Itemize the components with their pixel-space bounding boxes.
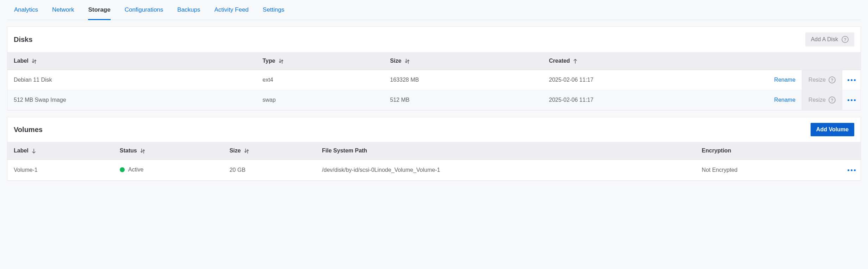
help-icon: ?	[829, 76, 836, 83]
sort-both-icon	[32, 59, 36, 64]
ellipsis-icon	[848, 99, 856, 101]
tab-backups[interactable]: Backups	[177, 0, 200, 20]
disks-col-created[interactable]: Created	[542, 52, 761, 70]
disk-size: 163328 MB	[384, 70, 542, 90]
disk-label: 512 MB Swap Image	[7, 90, 256, 110]
sort-asc-icon	[574, 59, 577, 64]
ellipsis-icon	[848, 169, 856, 171]
rename-button[interactable]: Rename	[768, 90, 802, 110]
disk-type: ext4	[256, 70, 384, 90]
disk-type: swap	[256, 90, 384, 110]
add-volume-button[interactable]: Add Volume	[811, 123, 854, 136]
tab-configurations[interactable]: Configurations	[125, 0, 163, 20]
volume-row: Volume-1 Active 20 GB /dev/disk/by-id/sc…	[7, 160, 861, 181]
volumes-col-status[interactable]: Status	[113, 142, 223, 160]
tab-bar: Analytics Network Storage Configurations…	[7, 0, 861, 20]
more-actions-button[interactable]	[842, 90, 861, 110]
disk-created: 2025-02-06 11:17	[542, 90, 761, 110]
tab-settings[interactable]: Settings	[263, 0, 284, 20]
volume-path: /dev/disk/by-id/scsi-0Linode_Volume_Volu…	[316, 160, 695, 181]
status-active-icon	[120, 167, 125, 172]
add-disk-button[interactable]: Add A Disk ?	[805, 32, 854, 46]
disk-created: 2025-02-06 11:17	[542, 70, 761, 90]
disks-panel: Disks Add A Disk ? Label Type	[7, 26, 861, 111]
sort-both-icon	[279, 59, 283, 64]
disks-col-type[interactable]: Type	[256, 52, 384, 70]
volumes-table: Label Status Size File System Path Encry…	[7, 142, 861, 181]
ellipsis-icon	[848, 79, 856, 81]
volume-status: Active	[113, 160, 223, 181]
disk-label: Debian 11 Disk	[7, 70, 256, 90]
volumes-panel: Volumes Add Volume Label Status Size	[7, 117, 861, 181]
help-icon: ?	[842, 36, 849, 43]
volumes-col-size[interactable]: Size	[223, 142, 316, 160]
resize-button[interactable]: Resize ?	[802, 90, 842, 110]
rename-button[interactable]: Rename	[768, 70, 802, 90]
disk-row: Debian 11 Disk ext4 163328 MB 2025-02-06…	[7, 70, 861, 90]
help-icon: ?	[829, 96, 836, 104]
disks-col-label[interactable]: Label	[7, 52, 256, 70]
sort-desc-icon	[32, 149, 36, 154]
tab-analytics[interactable]: Analytics	[14, 0, 38, 20]
tab-network[interactable]: Network	[52, 0, 74, 20]
more-actions-button[interactable]	[842, 70, 861, 90]
volumes-title: Volumes	[14, 126, 43, 134]
tab-storage[interactable]: Storage	[88, 0, 110, 20]
sort-both-icon	[141, 149, 145, 154]
volumes-col-label[interactable]: Label	[7, 142, 113, 160]
more-actions-button[interactable]	[842, 161, 861, 180]
volume-label: Volume-1	[7, 160, 113, 181]
sort-both-icon	[405, 59, 409, 64]
resize-button[interactable]: Resize ?	[802, 70, 842, 90]
volumes-col-path: File System Path	[316, 142, 695, 160]
disks-title: Disks	[14, 36, 32, 44]
disks-table: Label Type Size Created	[7, 52, 861, 110]
disk-row: 512 MB Swap Image swap 512 MB 2025-02-06…	[7, 90, 861, 110]
add-disk-label: Add A Disk	[811, 36, 838, 43]
volumes-col-encryption: Encryption	[695, 142, 836, 160]
disk-size: 512 MB	[384, 90, 542, 110]
volume-encryption: Not Encrypted	[695, 160, 836, 181]
tab-activity-feed[interactable]: Activity Feed	[215, 0, 249, 20]
volume-size: 20 GB	[223, 160, 316, 181]
sort-both-icon	[244, 149, 249, 154]
disks-col-size[interactable]: Size	[384, 52, 542, 70]
